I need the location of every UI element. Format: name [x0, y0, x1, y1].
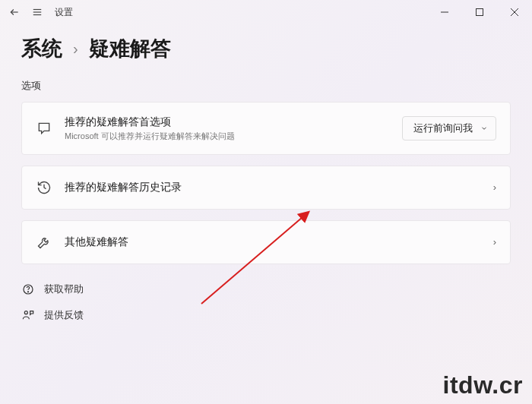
chevron-down-icon: [480, 125, 488, 132]
back-button[interactable]: [9, 7, 20, 17]
close-button[interactable]: [497, 0, 532, 24]
page-title: 疑难解答: [89, 35, 171, 62]
maximize-button[interactable]: [462, 0, 497, 24]
section-label: 选项: [21, 79, 511, 93]
watermark: itdw.cr: [443, 371, 523, 399]
menu-button[interactable]: [32, 7, 43, 17]
link-help[interactable]: 获取帮助: [21, 282, 511, 296]
svg-rect-5: [477, 9, 483, 16]
card-title: 其他疑难解答: [65, 235, 493, 250]
breadcrumb: 系统 › 疑难解答: [21, 35, 511, 62]
app-title: 设置: [55, 6, 73, 19]
card-recommended-preferences: 推荐的疑难解答首选项 Microsoft 可以推荐并运行疑难解答来解决问题 运行…: [21, 102, 511, 155]
feedback-icon: [21, 308, 35, 322]
chevron-right-icon: ›: [493, 236, 496, 248]
card-subtitle: Microsoft 可以推荐并运行疑难解答来解决问题: [65, 131, 402, 142]
svg-point-10: [24, 311, 27, 314]
card-other-troubleshooters[interactable]: 其他疑难解答 ›: [21, 220, 511, 264]
help-icon: [21, 282, 35, 296]
minimize-button[interactable]: [427, 0, 462, 24]
card-title: 推荐的疑难解答历史记录: [65, 180, 493, 195]
card-title: 推荐的疑难解答首选项: [65, 115, 402, 130]
link-label: 提供反馈: [44, 308, 84, 322]
chevron-right-icon: ›: [73, 40, 78, 58]
chevron-right-icon: ›: [493, 181, 496, 193]
card-history[interactable]: 推荐的疑难解答历史记录 ›: [21, 166, 511, 210]
dropdown-value: 运行前询问我: [413, 122, 473, 135]
breadcrumb-parent[interactable]: 系统: [21, 35, 62, 62]
history-icon: [36, 179, 52, 196]
link-feedback[interactable]: 提供反馈: [21, 308, 511, 322]
recommended-dropdown[interactable]: 运行前询问我: [402, 116, 496, 140]
wrench-icon: [36, 234, 52, 251]
titlebar: 设置: [0, 0, 532, 24]
comment-icon: [36, 120, 52, 137]
svg-point-9: [27, 291, 28, 292]
link-label: 获取帮助: [44, 282, 84, 296]
